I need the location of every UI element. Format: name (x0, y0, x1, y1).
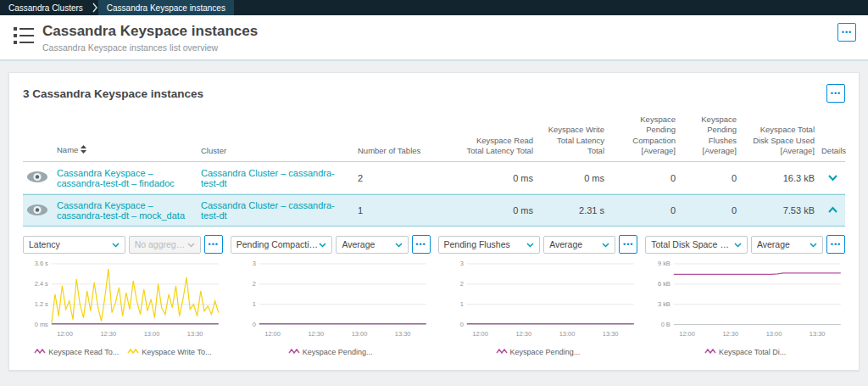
sort-icon[interactable] (81, 145, 86, 156)
table-row[interactable]: Cassandra Keyspace – cassandra-test-dt –… (23, 162, 845, 194)
page-subtitle: Cassandra Keyspace instances list overvi… (42, 42, 258, 53)
table-body: Cassandra Keyspace – cassandra-test-dt –… (23, 162, 845, 227)
chart-panel-3: Total Disk Space UsedAverage•••9 kB6 kB3… (645, 235, 845, 355)
name-cell: Cassandra Keyspace – cassandra-test-dt –… (53, 198, 198, 223)
tables-count-cell: 2 (354, 171, 460, 186)
chart-options-button[interactable]: ••• (412, 235, 431, 254)
svg-text:9 kB: 9 kB (658, 260, 670, 268)
panel-options-button[interactable]: ••• (826, 84, 845, 103)
svg-text:13:30: 13:30 (187, 330, 203, 338)
svg-text:3.6 s: 3.6 s (35, 260, 48, 268)
svg-text:0: 0 (459, 321, 463, 328)
chevron-down-icon (112, 239, 120, 249)
legend-item[interactable]: Keyspace Pending... (288, 348, 373, 356)
column-header-name[interactable]: Name (53, 145, 198, 156)
keyspace-instances-panel: 3 Cassandra Keyspace instances ••• NameC… (8, 72, 860, 371)
svg-text:12:30: 12:30 (308, 330, 324, 338)
column-header-keyspace-pending-flushes-average: Keyspace Pending Flushes [Average] (679, 115, 740, 156)
svg-text:2: 2 (252, 281, 255, 288)
chart-canvas: 3.6 s2.4 s1.2 s0 ms12:0012:3013:0013:30 (23, 259, 223, 343)
svg-text:12:30: 12:30 (515, 330, 531, 338)
svg-text:0 B: 0 B (661, 321, 670, 328)
metric-select[interactable]: Latency (23, 236, 125, 254)
breadcrumb-item-clusters[interactable]: Cassandra Clusters (0, 0, 92, 15)
pending-flushes-cell: 0 (679, 171, 740, 186)
svg-text:12:30: 12:30 (100, 330, 116, 338)
column-header-cluster: Cluster (198, 146, 354, 156)
legend-item[interactable]: Keyspace Pending... (496, 348, 581, 356)
breadcrumb: Cassandra Clusters Cassandra Keyspace in… (0, 0, 868, 15)
svg-text:12:30: 12:30 (723, 330, 739, 338)
write-latency-cell: 2.31 s (537, 203, 608, 218)
aggregation-select[interactable]: Average (751, 236, 823, 254)
cluster-link[interactable]: Cassandra Cluster – cassandra-test-dt (201, 168, 335, 188)
list-icon (14, 26, 34, 48)
svg-text:13:00: 13:00 (144, 330, 160, 338)
pending-compaction-cell: 0 (608, 203, 679, 218)
svg-text:1: 1 (459, 301, 463, 309)
chevron-down-icon (602, 239, 609, 249)
legend-line-icon (288, 348, 300, 356)
page-options-button[interactable]: ••• (837, 23, 856, 42)
svg-text:13:30: 13:30 (395, 330, 411, 338)
legend-item[interactable]: Keyspace Write To... (127, 348, 211, 356)
svg-text:12:00: 12:00 (264, 330, 281, 338)
keyspace-link[interactable]: Cassandra Keyspace – cassandra-test-dt –… (57, 168, 175, 188)
legend-item[interactable]: Keyspace Total Di... (704, 348, 786, 356)
column-header-keyspace-total-disk-space-used-average: Keyspace Total Disk Space Used [Average] (740, 125, 818, 156)
chart-legend: Keyspace Read To...Keyspace Write To... (23, 348, 223, 356)
page-header: Cassandra Keyspace instances Cassandra K… (0, 15, 868, 60)
chevron-down-icon (810, 239, 817, 249)
svg-text:13:00: 13:00 (559, 330, 575, 338)
read-latency-cell: 0 ms (460, 171, 537, 186)
chevron-down-icon (526, 239, 534, 249)
svg-text:6 kB: 6 kB (658, 281, 670, 288)
chart-canvas: 321012:0012:3013:0013:30 (438, 259, 638, 343)
svg-text:12:00: 12:00 (680, 330, 696, 338)
legend-line-icon (34, 348, 46, 356)
legend-line-icon (496, 348, 508, 356)
svg-text:13:00: 13:00 (766, 330, 782, 338)
chevron-down-icon (395, 239, 403, 249)
svg-text:12:00: 12:00 (57, 330, 73, 338)
aggregation-select[interactable]: Average (336, 236, 408, 254)
chart-legend: Keyspace Total Di... (645, 348, 845, 356)
legend-line-icon (127, 348, 139, 356)
metric-select[interactable]: Pending Compactions (231, 236, 333, 254)
aggregation-select: No aggregation (129, 236, 201, 254)
keyspace-link[interactable]: Cassandra Keyspace – cassandra-test-dt –… (57, 200, 185, 221)
chart-options-button[interactable]: ••• (619, 235, 637, 254)
aggregation-select[interactable]: Average (543, 236, 615, 254)
write-latency-cell: 0 ms (537, 171, 608, 186)
pending-flushes-cell: 0 (679, 203, 740, 218)
read-latency-cell: 0 ms (460, 203, 537, 218)
cluster-link[interactable]: Cassandra Cluster – cassandra-test-dt (201, 200, 335, 221)
breadcrumb-item-keyspace-instances[interactable]: Cassandra Keyspace instances (98, 0, 234, 15)
expand-details-icon[interactable] (827, 173, 838, 183)
chart-canvas: 321012:0012:3013:0013:30 (231, 259, 431, 343)
svg-text:1.2 s: 1.2 s (35, 301, 48, 309)
svg-text:3: 3 (459, 260, 463, 268)
chart-header: Pending CompactionsAverage••• (231, 235, 431, 254)
panel-title: 3 Cassandra Keyspace instances (23, 87, 203, 100)
metric-select[interactable]: Total Disk Space Used (645, 236, 748, 254)
pending-compaction-cell: 0 (608, 171, 679, 186)
chevron-down-icon (187, 239, 195, 249)
svg-text:0: 0 (252, 321, 255, 328)
table-row[interactable]: Cassandra Keyspace – cassandra-test-dt –… (23, 194, 845, 227)
svg-text:13:30: 13:30 (810, 330, 826, 338)
chart-canvas: 9 kB6 kB3 kB0 B12:0012:3013:0013:30 (645, 259, 845, 343)
svg-text:2: 2 (459, 281, 463, 288)
chart-options-button[interactable]: ••• (826, 235, 845, 254)
legend-item[interactable]: Keyspace Read To... (34, 348, 119, 356)
svg-text:1: 1 (252, 301, 255, 309)
chart-options-button[interactable]: ••• (204, 235, 223, 254)
chart-panel-0: LatencyNo aggregation•••3.6 s2.4 s1.2 s0… (23, 235, 223, 355)
chart-panel-1: Pending CompactionsAverage•••321012:0012… (231, 235, 431, 355)
disk-space-cell: 7.53 kB (740, 203, 818, 218)
chart-panel-2: Pending FlushesAverage•••321012:0012:301… (438, 235, 638, 355)
metric-select[interactable]: Pending Flushes (438, 236, 541, 254)
collapse-details-icon[interactable] (827, 205, 838, 215)
svg-text:3 kB: 3 kB (658, 301, 670, 309)
column-header-keyspace-read-total-latency-total: Keyspace Read Total Latency Total (460, 136, 537, 157)
